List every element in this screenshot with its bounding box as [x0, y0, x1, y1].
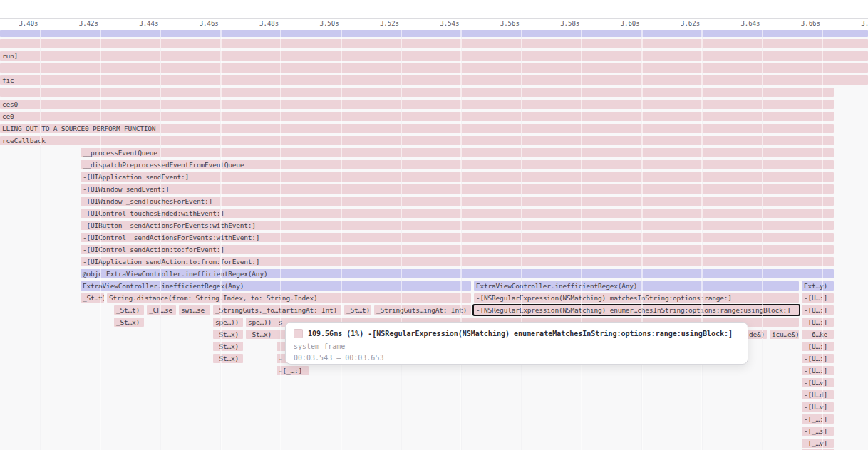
- flame-bar[interactable]: [0, 88, 834, 97]
- flame-bar[interactable]: LLING_OUT_TO_A_SOURCE0_PERFORM_FUNCTION_…: [0, 124, 834, 133]
- flame-bar-label: _St…t): [344, 305, 370, 315]
- flame-bar[interactable]: _St…x): [213, 330, 243, 339]
- flame-bar-label: _StringGuts._fo…tartingAt: Int): [213, 305, 337, 315]
- flame-bar-label: _St…x): [213, 330, 239, 339]
- gridline-highlight: [521, 30, 522, 450]
- flame-bar[interactable]: icu…e&): [770, 330, 799, 339]
- timeline-ruler[interactable]: 3.40s3.42s3.44s3.46s3.48s3.50s3.52s3.54s…: [0, 0, 868, 30]
- flame-bar-label: -[U…:]: [802, 305, 827, 315]
- flame-bar[interactable]: -[U…v]: [802, 378, 834, 387]
- flame-bar-label: -[UIApplication sendEvent:]: [81, 172, 189, 182]
- ruler-tick-label: 3.56s: [500, 20, 520, 28]
- flame-bar[interactable]: ces0: [0, 100, 834, 109]
- flame-bar-label: -[U…v]: [802, 378, 827, 387]
- flame-bar[interactable]: -[U…:]: [802, 342, 834, 351]
- flame-bar-label: -[_…v]: [802, 439, 827, 448]
- flame-bar-label: spe…)): [213, 318, 239, 327]
- flame-bar[interactable]: _St…x): [213, 342, 243, 351]
- ruler-tick-label: 3.58s: [560, 20, 579, 28]
- flame-bar-label: -[U…d]: [802, 390, 827, 399]
- ruler-tick-label: 3.44s: [139, 20, 158, 28]
- ruler-tick-label: 3.64s: [740, 20, 760, 28]
- flame-bar-label: -[U…:]: [802, 318, 827, 327]
- flame-bar[interactable]: -[U…:]: [802, 366, 834, 375]
- flame-bar[interactable]: [0, 30, 868, 37]
- flame-bar[interactable]: Ext…y): [802, 281, 834, 291]
- flame-bar-label-right: de&): [749, 330, 767, 339]
- flame-bar[interactable]: _StringGuts…ingAt: Int): [374, 305, 471, 315]
- gridline-highlight: [762, 30, 763, 450]
- flame-bar[interactable]: @objc ExtraViewController.inefficientReg…: [81, 269, 834, 278]
- flame-bar[interactable]: -[U…:]: [802, 305, 834, 315]
- flame-bar[interactable]: -[_…v]: [802, 439, 834, 448]
- tooltip-subtitle: system frame: [294, 342, 740, 350]
- flame-bar[interactable]: fic: [0, 75, 868, 85]
- flame-bar[interactable]: -[UIApplication sendEvent:]: [81, 172, 834, 182]
- flame-bar[interactable]: _St…t): [114, 305, 144, 315]
- flame-bar-label: @objc ExtraViewController.inefficientReg…: [81, 269, 267, 278]
- flame-bar-label: [0, 39, 2, 48]
- flame-bar[interactable]: __dispatchPreprocessedEventFromEventQueu…: [81, 160, 834, 169]
- flame-bar-label: ces0: [0, 100, 18, 109]
- flame-bar[interactable]: -[NSRegularExpression(NSMatching) matche…: [474, 293, 799, 303]
- flame-bar[interactable]: _StringGuts._fo…tartingAt: Int): [213, 305, 341, 315]
- gridline-highlight: [460, 30, 462, 450]
- gridline-highlight: [581, 30, 582, 450]
- flame-bar[interactable]: swi…se: [179, 305, 210, 315]
- tooltip-title: 109.56ms (1%) -[NSRegularExpression(NSMa…: [308, 330, 733, 338]
- flame-bar[interactable]: -[_…:]: [802, 414, 834, 424]
- flame-bar[interactable]: spe…)): [213, 318, 243, 327]
- flame-bar-label: -[U…:]: [802, 354, 827, 363]
- flame-bar[interactable]: -[U…d]: [802, 390, 834, 399]
- flame-bar[interactable]: _St…x): [246, 330, 278, 339]
- flame-bar-label: _St…t): [114, 305, 140, 315]
- flame-bar-label: run]: [0, 51, 18, 61]
- flame-bar[interactable]: -[_…s]: [802, 427, 834, 436]
- flame-bar-label: [0, 30, 2, 37]
- flame-bar[interactable]: -[UIButton _sendActionsForEvents:withEve…: [81, 221, 834, 230]
- flame-bar-label: -[UIButton _sendActionsForEvents:withEve…: [81, 221, 256, 230]
- flame-bar[interactable]: spe…)): [246, 318, 278, 327]
- flame-bar[interactable]: -[U…:]: [802, 354, 834, 363]
- flame-bar[interactable]: [0, 63, 868, 73]
- flame-bar[interactable]: -[UIControl touchesEnded:withEvent:]: [81, 209, 834, 218]
- flame-bar[interactable]: -[UIWindow _sendTouchesForEvent:]: [81, 197, 834, 206]
- flame-bar-label: _St…x): [213, 342, 239, 351]
- gridline-highlight: [40, 30, 41, 450]
- gridline-highlight: [701, 30, 703, 450]
- flame-bar[interactable]: rceCallback: [0, 136, 834, 145]
- flame-bar[interactable]: ExtraViewController.inefficientRegex(Any…: [474, 281, 799, 291]
- flame-bar[interactable]: run]: [0, 51, 868, 61]
- flame-bar[interactable]: _CF…se: [147, 305, 176, 315]
- flame-bar[interactable]: [0, 39, 868, 48]
- flame-bar[interactable]: -[UIControl _sendActionsForEvents:withEv…: [81, 233, 834, 242]
- flame-bar[interactable]: ExtraViewController.inefficientRegex(Any…: [81, 281, 471, 291]
- flame-bar[interactable]: _St…x): [114, 318, 144, 327]
- flame-bar[interactable]: -[UIControl sendAction:to:forEvent:]: [81, 245, 834, 254]
- flame-bar[interactable]: -[U…v]: [802, 402, 834, 412]
- flame-bar-selected[interactable]: -[NSRegularExpression(NSMatching) enumer…: [474, 305, 799, 315]
- flame-bar-label: -[U…:]: [802, 366, 827, 375]
- flame-bar[interactable]: -[U…:]: [802, 293, 834, 303]
- ruler-tick-label: 3.68s: [861, 20, 868, 28]
- gridline-highlight: [220, 30, 222, 450]
- flame-bar[interactable]: __processEventQueue: [81, 148, 834, 157]
- flame-bar[interactable]: String.distance(from: String.Index, to: …: [107, 293, 471, 303]
- flame-bar-label: _St…x): [213, 354, 239, 363]
- flame-bar-label: -[UIWindow sendEvent:]: [81, 184, 169, 194]
- gridline-highlight: [401, 30, 402, 450]
- gridline-highlight: [160, 30, 161, 450]
- flame-bar[interactable]: __6…ke: [802, 330, 834, 339]
- ruler-tick-label: 3.60s: [621, 20, 640, 28]
- flame-bar-label: _St…x): [114, 318, 140, 327]
- flame-bar[interactable]: -[U…:]: [802, 318, 834, 327]
- ruler-tick-label: 3.40s: [19, 20, 38, 28]
- flame-bar[interactable]: -[UIWindow sendEvent:]: [81, 184, 834, 194]
- flame-bar[interactable]: ce0: [0, 112, 834, 121]
- flame-bar[interactable]: -[UIApplication sendAction:to:from:forEv…: [81, 257, 834, 266]
- flame-bar[interactable]: _St…t): [344, 305, 371, 315]
- flame-bar-label: swi…se: [179, 305, 205, 315]
- flame-bar[interactable]: _St…x): [213, 354, 243, 363]
- flame-bar-label: ce0: [0, 112, 14, 121]
- flame-bar-label: -[NSRegularExpression(NSMatching) matche…: [474, 293, 732, 303]
